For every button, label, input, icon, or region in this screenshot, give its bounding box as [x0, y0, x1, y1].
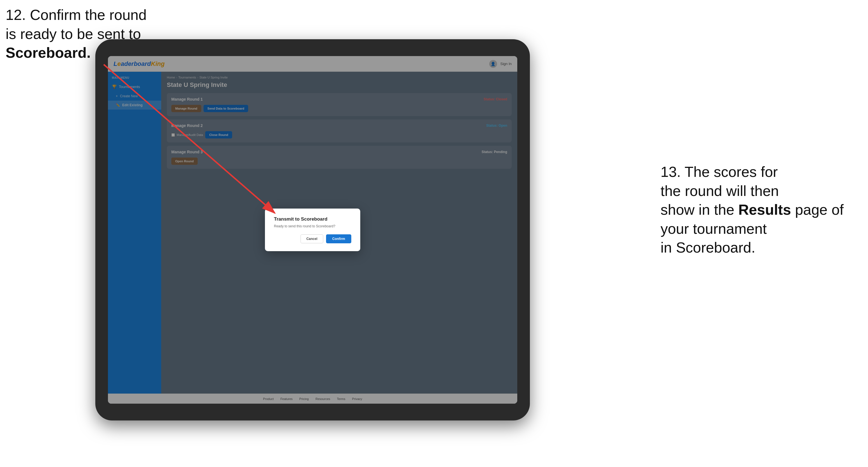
transmit-modal: Transmit to Scoreboard Ready to send thi…: [265, 209, 360, 251]
modal-confirm-button[interactable]: Confirm: [326, 234, 351, 243]
annotation-top-left: 12. Confirm the round is ready to be sen…: [6, 6, 147, 63]
modal-cancel-button[interactable]: Cancel: [301, 234, 323, 243]
modal-title: Transmit to Scoreboard: [274, 216, 351, 222]
annotation-right: 13. The scores for the round will then s…: [660, 163, 851, 257]
tablet: LeaderboardKing 👤 Sign In MAIN MENU 🏆 To…: [95, 39, 530, 421]
modal-subtitle: Ready to send this round to Scoreboard?: [274, 224, 351, 228]
modal-overlay: Transmit to Scoreboard Ready to send thi…: [108, 56, 517, 404]
tablet-screen: LeaderboardKing 👤 Sign In MAIN MENU 🏆 To…: [108, 56, 517, 404]
modal-actions: Cancel Confirm: [274, 234, 351, 243]
